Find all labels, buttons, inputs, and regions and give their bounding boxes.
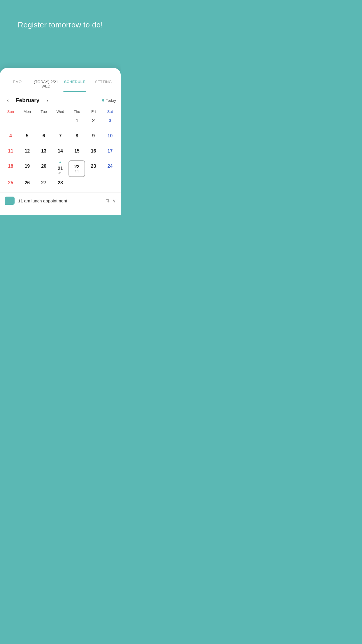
- calendar-day[interactable]: 19: [19, 160, 36, 177]
- calendar-day: [52, 115, 69, 130]
- schedule-section: 11 am lunch appointment ⇅ ∨: [0, 192, 121, 209]
- calendar-day[interactable]: 3: [102, 115, 118, 130]
- day-number: 16: [91, 148, 96, 154]
- tab-schedule[interactable]: SCHEDULE: [60, 76, 89, 92]
- calendar-day[interactable]: 13: [36, 145, 52, 160]
- event-count-label: 3/3: [58, 172, 62, 175]
- day-number: 23: [91, 163, 96, 169]
- day-number: 2: [92, 118, 95, 123]
- calendar-day[interactable]: 8: [68, 130, 85, 145]
- event-text: 11 am lunch appointment: [18, 198, 102, 203]
- day-number: 1: [75, 118, 78, 123]
- day-number: 14: [58, 148, 63, 154]
- calendar-day[interactable]: 10: [102, 130, 118, 145]
- calendar-header: ‹ February › Today: [0, 92, 121, 107]
- calendar-day[interactable]: 28: [52, 177, 69, 192]
- day-number: 18: [8, 163, 13, 169]
- page-title: Register tomorrow to do!: [12, 20, 109, 29]
- calendar-day[interactable]: 25: [2, 177, 19, 192]
- calendar-day: [36, 115, 52, 130]
- day-number: 27: [41, 180, 46, 186]
- expand-icon[interactable]: ∨: [113, 198, 116, 204]
- day-number: 5: [26, 133, 29, 139]
- day-number: 19: [24, 163, 30, 169]
- day-number: 6: [43, 133, 45, 139]
- today-button[interactable]: Today: [102, 98, 116, 103]
- calendar-day[interactable]: 6: [36, 130, 52, 145]
- day-number: 13: [41, 148, 46, 154]
- day-number: 17: [108, 148, 113, 154]
- calendar-day[interactable]: 1: [68, 115, 85, 130]
- day-number: 25: [8, 180, 13, 186]
- calendar-day: [68, 177, 85, 192]
- calendar-day[interactable]: 5: [19, 130, 36, 145]
- calendar-day[interactable]: 7: [52, 130, 69, 145]
- next-month-button[interactable]: ›: [44, 96, 50, 105]
- dow-thu: Thu: [68, 108, 85, 115]
- calendar-day[interactable]: 26: [19, 177, 36, 192]
- calendar-grid: 1234567891011121314151617181920213/3221/…: [0, 115, 121, 192]
- calendar-day: [2, 115, 19, 130]
- prev-month-button[interactable]: ‹: [5, 96, 11, 105]
- sort-icon[interactable]: ⇅: [106, 198, 110, 204]
- calendar-day[interactable]: 11: [2, 145, 19, 160]
- calendar-card: EMO (TODAY) 2/21 WED SCHEDULE SETTING ‹ …: [0, 68, 121, 215]
- day-number: 7: [59, 133, 62, 139]
- dow-sat: Sat: [102, 108, 118, 115]
- calendar-day[interactable]: 12: [19, 145, 36, 160]
- day-number: 3: [109, 118, 111, 123]
- calendar-day[interactable]: 20: [36, 160, 52, 177]
- dow-fri: Fri: [85, 108, 102, 115]
- day-number: 8: [75, 133, 78, 139]
- calendar-day[interactable]: 9: [85, 130, 102, 145]
- day-number: 22: [74, 164, 80, 169]
- day-number: 26: [24, 180, 30, 186]
- today-label: Today: [106, 98, 116, 103]
- calendar-day[interactable]: 17: [102, 145, 118, 160]
- calendar-day[interactable]: 16: [85, 145, 102, 160]
- dow-sun: Sun: [2, 108, 19, 115]
- calendar-day: [102, 177, 118, 192]
- calendar-day: [85, 177, 102, 192]
- calendar-day[interactable]: 213/3: [52, 160, 69, 177]
- day-number: 11: [8, 148, 13, 154]
- event-count-label: 1/1: [75, 170, 79, 173]
- day-number: 15: [74, 148, 80, 154]
- calendar-day[interactable]: 15: [68, 145, 85, 160]
- dow-wed: Wed: [52, 108, 69, 115]
- tab-emo[interactable]: EMO: [3, 76, 32, 92]
- day-number: 4: [9, 133, 12, 139]
- calendar-day[interactable]: 24: [102, 160, 118, 177]
- calendar-month: February: [16, 97, 39, 104]
- event-dot-icon: [59, 162, 61, 163]
- day-number: 12: [24, 148, 30, 154]
- tab-setting[interactable]: SETTING: [89, 76, 118, 92]
- calendar-day[interactable]: 27: [36, 177, 52, 192]
- dow-mon: Mon: [19, 108, 36, 115]
- calendar-day: [19, 115, 36, 130]
- calendar-day[interactable]: 221/1: [68, 160, 85, 177]
- event-actions: ⇅ ∨: [106, 198, 116, 204]
- event-tag-icon: [5, 197, 15, 205]
- dow-tue: Tue: [36, 108, 52, 115]
- day-number: 20: [41, 163, 46, 169]
- day-number: 24: [108, 163, 113, 169]
- day-number: 28: [58, 180, 63, 186]
- calendar-day[interactable]: 4: [2, 130, 19, 145]
- calendar-day[interactable]: 18: [2, 160, 19, 177]
- day-number: 21: [58, 166, 63, 171]
- tab-today[interactable]: (TODAY) 2/21 WED: [32, 76, 61, 92]
- calendar-day[interactable]: 14: [52, 145, 69, 160]
- today-dot-icon: [102, 99, 104, 102]
- days-of-week-row: Sun Mon Tue Wed Thu Fri Sat: [0, 107, 121, 115]
- calendar-navigation: ‹ February ›: [5, 96, 50, 105]
- day-number: 10: [108, 133, 113, 139]
- tab-bar: EMO (TODAY) 2/21 WED SCHEDULE SETTING: [0, 76, 121, 92]
- calendar-day[interactable]: 2: [85, 115, 102, 130]
- day-number: 9: [92, 133, 95, 139]
- calendar-day[interactable]: 23: [85, 160, 102, 177]
